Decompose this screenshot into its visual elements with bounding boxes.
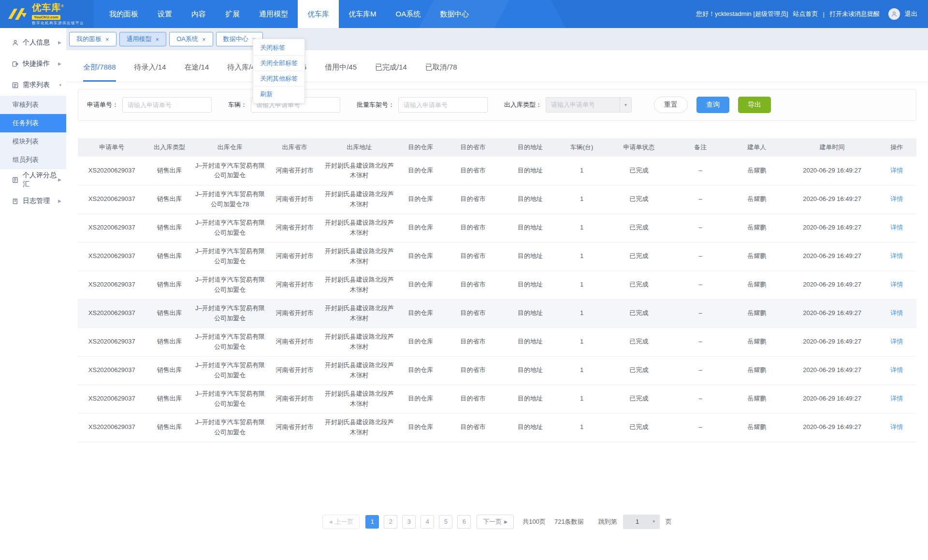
top-nav-item[interactable]: 设置 <box>148 0 182 28</box>
chevron-down-icon[interactable]: ▼ <box>620 98 631 112</box>
table-header-cell: 出入库类型 <box>145 138 193 157</box>
table-header-cell: 建单时间 <box>787 138 877 157</box>
total-pages-text: 共100页 <box>522 517 546 526</box>
detail-link[interactable]: 详情 <box>890 281 903 288</box>
brand-domain: YouCKU.com <box>32 15 60 20</box>
sidebar-subitem[interactable]: 任务列表 <box>0 114 66 132</box>
close-icon[interactable]: × <box>202 36 206 43</box>
sidebar-item[interactable]: 个人信息▶ <box>0 32 66 53</box>
sidebar-item[interactable]: 日志管理▶ <box>0 190 66 212</box>
tab-chip-label: 数据中心 <box>223 35 248 43</box>
orders-table: 申请单号出入库类型出库仓库出库省市出库地址目的仓库目的省市目的地址车辆(台)申请… <box>78 138 916 442</box>
detail-link[interactable]: 详情 <box>890 195 903 202</box>
page-number-button[interactable]: 5 <box>439 515 452 529</box>
table-cell: 1 <box>560 242 604 271</box>
top-nav-item[interactable]: OA系统 <box>386 0 431 28</box>
table-header-cell: 申请单号 <box>78 138 145 157</box>
top-nav-item[interactable]: 优车库 <box>298 0 339 28</box>
filter-fields: 申请单号：车辆：批量车架号：出入库类型：请输入申请单号▼ <box>87 97 632 113</box>
sidebar-subitem[interactable]: 模块列表 <box>0 132 66 151</box>
table-cell: XS20200629037 <box>78 242 145 271</box>
page-number-button[interactable]: 1 <box>365 515 379 529</box>
score-icon <box>12 176 19 184</box>
table-cell: 开封尉氏县建设路北段芦木张村 <box>322 185 396 214</box>
logout-button[interactable]: 退出 <box>905 10 917 18</box>
table-cell: 河南省开封市 <box>267 157 322 185</box>
detail-link[interactable]: 详情 <box>890 395 903 402</box>
table-cell: 2020-06-29 16:49:27 <box>787 271 877 299</box>
next-page-button[interactable]: 下一页▶ <box>477 515 514 529</box>
prev-page-button[interactable]: ◀上一页 <box>322 515 360 529</box>
tab-chip[interactable]: 通用模型× <box>119 32 167 46</box>
jump-page-select[interactable]: 1 ▼ <box>623 515 660 529</box>
status-tab[interactable]: 在途/14 <box>184 63 209 82</box>
table-cell: XS20200629037 <box>78 385 145 413</box>
detail-link[interactable]: 详情 <box>890 252 903 259</box>
table-row: XS20200629037销售出库J–开封道亨汽车贸易有限公司加盟仓河南省开封市… <box>78 356 916 385</box>
user-avatar-icon[interactable] <box>888 8 900 20</box>
page-number-button[interactable]: 2 <box>384 515 397 529</box>
sidebar-subitem[interactable]: 审核列表 <box>0 96 66 114</box>
close-icon[interactable]: × <box>105 36 109 43</box>
sidebar-subitem[interactable]: 组员列表 <box>0 151 66 169</box>
status-tab[interactable]: 待录入/14 <box>134 63 166 82</box>
table-row: XS20200629037销售出库J–开封道亨汽车贸易有限公司加盟仓河南省开封市… <box>78 214 916 242</box>
table-cell: 目的仓库 <box>396 328 445 356</box>
context-menu-item[interactable]: 刷新 <box>253 86 304 102</box>
app-logo[interactable]: 优车库® YouCKU.com 数字化机构车源供应链平台 <box>0 0 94 28</box>
table-cell: 岳耀鹏 <box>726 214 787 242</box>
top-nav-item[interactable]: 通用模型 <box>249 0 298 28</box>
detail-link[interactable]: 详情 <box>890 366 903 373</box>
status-tab[interactable]: 借用中/45 <box>325 63 357 82</box>
table-cell: XS20200629037 <box>78 299 145 328</box>
detail-link[interactable]: 详情 <box>890 167 903 174</box>
sidebar-item[interactable]: 快捷操作▶ <box>0 53 66 74</box>
sidebar-item[interactable]: 需求列表▾ <box>0 74 66 96</box>
filter-input[interactable] <box>122 97 212 113</box>
top-nav-item[interactable]: 扩展 <box>216 0 249 28</box>
status-tab[interactable]: 已取消/78 <box>425 63 457 82</box>
top-nav-item[interactable]: 我的面板 <box>100 0 148 28</box>
filter-input[interactable] <box>398 97 488 113</box>
search-button[interactable]: 查询 <box>696 97 729 113</box>
status-tab[interactable]: 已完成/14 <box>375 63 407 82</box>
table-header-cell: 出库省市 <box>267 138 322 157</box>
export-button[interactable]: 导出 <box>738 97 771 113</box>
context-menu-item[interactable]: 关闭全部标签 <box>253 56 304 71</box>
table-cell: 开封尉氏县建设路北段芦木张村 <box>322 385 396 413</box>
tab-chips-bar: 我的面板×通用模型×OA系统×数据中心× <box>66 28 928 50</box>
table-header-cell: 车辆(台) <box>560 138 604 157</box>
detail-link[interactable]: 详情 <box>890 423 903 431</box>
detail-link[interactable]: 详情 <box>890 224 903 231</box>
table-header-cell: 备注 <box>674 138 726 157</box>
filter-select[interactable]: 请输入申请单号▼ <box>546 97 632 113</box>
top-nav-item[interactable]: 数据中心 <box>430 0 478 28</box>
table-cell: 详情 <box>877 328 916 356</box>
page-number-button[interactable]: 3 <box>402 515 416 529</box>
tab-chip[interactable]: 我的面板× <box>69 32 116 46</box>
tab-chip[interactable]: OA系统× <box>169 32 213 46</box>
table-cell: 1 <box>560 214 604 242</box>
table-cell: 已完成 <box>604 214 674 242</box>
top-nav-item[interactable]: 内容 <box>182 0 216 28</box>
table-cell: – <box>674 271 726 299</box>
top-nav-item[interactable]: 优车库M <box>339 0 386 28</box>
site-home-link[interactable]: 站点首页 <box>793 10 818 18</box>
context-menu-item[interactable]: 关闭标签 <box>253 40 304 56</box>
table-cell: 目的省市 <box>445 157 501 185</box>
table-cell: 河南省开封市 <box>267 328 322 356</box>
page-number-button[interactable]: 6 <box>457 515 471 529</box>
close-icon[interactable]: × <box>156 36 160 43</box>
reset-button[interactable]: 重置 <box>654 97 688 113</box>
table-cell: 目的地址 <box>501 413 560 442</box>
filter-label: 出入库类型： <box>504 101 542 109</box>
table-cell: 已完成 <box>604 356 674 385</box>
detail-link[interactable]: 详情 <box>890 338 903 345</box>
page-number-button[interactable]: 4 <box>420 515 434 529</box>
table-cell: J–开封道亨汽车贸易有限公司加盟仓 <box>193 214 267 242</box>
sidebar-item[interactable]: 个人评分总汇▶ <box>0 169 66 190</box>
detail-link[interactable]: 详情 <box>890 309 903 316</box>
context-menu-item[interactable]: 关闭其他标签 <box>253 71 304 86</box>
unread-messages-link[interactable]: 打开未读消息提醒 <box>829 10 880 18</box>
status-tab[interactable]: 全部/7888 <box>83 63 116 82</box>
